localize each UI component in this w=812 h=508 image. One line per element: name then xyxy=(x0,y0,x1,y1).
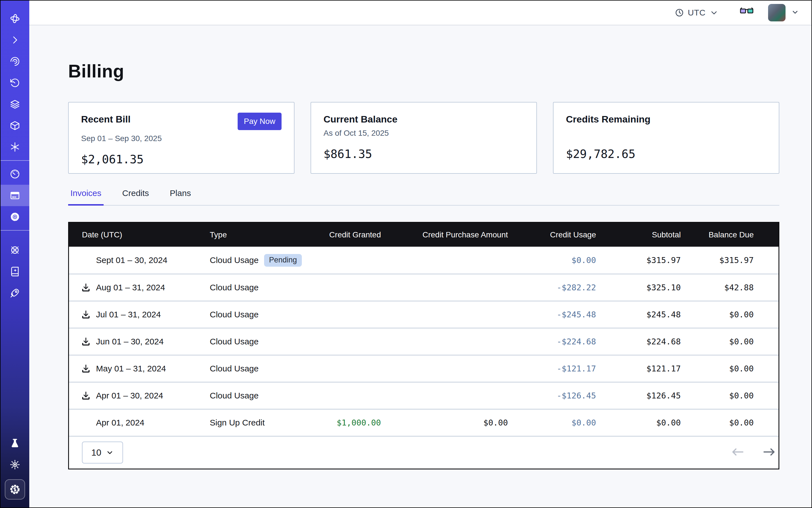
sun-icon[interactable] xyxy=(1,454,29,475)
download-invoice-icon[interactable] xyxy=(81,309,91,320)
summary-cards: Recent Bill Pay Now Sep 01 – Sep 30, 202… xyxy=(68,102,779,174)
app-window: UTC Billing Recent Bi xyxy=(0,0,812,508)
card-title: Credits Remaining xyxy=(566,114,650,125)
spiral-eye-icon[interactable] xyxy=(1,51,29,72)
money-badge-icon[interactable] xyxy=(5,479,25,500)
chevron-right-icon[interactable] xyxy=(1,29,29,51)
cube-icon[interactable] xyxy=(1,115,29,136)
invoice-date: Aug 01 – 31, 2024 xyxy=(96,283,165,292)
credit-usage-value: -$282.22 xyxy=(508,283,596,292)
card-amount: $861.35 xyxy=(324,147,524,161)
invoices-table: Date (UTC) Type Credit Granted Credit Pu… xyxy=(68,222,779,469)
credit-usage-value: $0.00 xyxy=(508,255,596,265)
tab-credits[interactable]: Credits xyxy=(120,188,151,206)
book-sparkle-icon[interactable] xyxy=(1,261,29,282)
asterisk-icon[interactable] xyxy=(1,136,29,158)
subtotal-value: $245.48 xyxy=(596,310,681,319)
account-menu-chevron[interactable] xyxy=(791,8,799,17)
page-title: Billing xyxy=(68,61,779,82)
status-badge: Pending xyxy=(264,254,302,267)
table-row: Apr 01, 2024 Sign Up Credit $1,000.00 $0… xyxy=(69,409,778,436)
subtotal-value: $121.17 xyxy=(596,364,681,373)
credit-usage-value: -$121.17 xyxy=(508,364,596,373)
tab-invoices[interactable]: Invoices xyxy=(68,188,103,206)
download-invoice-icon[interactable] xyxy=(81,283,91,293)
credit-usage-value: -$245.48 xyxy=(508,310,596,319)
balance-due-value: $0.00 xyxy=(681,418,754,427)
gear-icon[interactable] xyxy=(1,206,29,227)
balance-due-value: $42.88 xyxy=(681,283,754,292)
helm-wheel-icon[interactable] xyxy=(1,239,29,261)
sidebar-divider xyxy=(1,230,29,230)
layers-icon[interactable] xyxy=(1,93,29,115)
rocket-icon[interactable] xyxy=(1,282,29,304)
chevron-down-icon xyxy=(106,449,114,457)
chevron-down-icon xyxy=(710,8,719,17)
subtotal-value: $126.45 xyxy=(596,391,681,400)
credit-usage-value: -$224.68 xyxy=(508,337,596,346)
card-subtitle: As of Oct 15, 2025 xyxy=(324,129,524,138)
history-timer-icon[interactable] xyxy=(1,72,29,93)
card-amount: $2,061.35 xyxy=(81,153,282,166)
flask-icon[interactable] xyxy=(1,432,29,454)
card-subtitle: Sep 01 – Sep 30, 2025 xyxy=(81,134,282,143)
invoice-date: Apr 01, 2024 xyxy=(96,418,144,427)
recent-bill-card: Recent Bill Pay Now Sep 01 – Sep 30, 202… xyxy=(68,102,295,174)
pay-now-button[interactable]: Pay Now xyxy=(238,113,282,130)
invoice-date: Jun 01 – 30, 2024 xyxy=(96,337,164,346)
download-invoice-icon[interactable] xyxy=(81,390,91,401)
next-page-arrow[interactable] xyxy=(763,447,776,458)
invoice-type: Cloud Usage xyxy=(210,337,258,346)
invoice-date: May 01 – 31, 2024 xyxy=(96,364,166,373)
timezone-selector[interactable]: UTC xyxy=(675,8,719,17)
glasses-icon[interactable] xyxy=(739,7,754,18)
table-row: Apr 01 – 30, 2024 Cloud Usage -$126.45 $… xyxy=(69,382,778,409)
sidebar xyxy=(1,1,29,507)
column-header: Credit Usage xyxy=(508,230,596,239)
invoice-type: Sign Up Credit xyxy=(210,418,265,427)
balance-due-value: $0.00 xyxy=(681,364,754,373)
invoice-type: Cloud Usage xyxy=(210,255,258,265)
subtotal-value: $315.97 xyxy=(596,255,681,265)
invoice-date: Apr 01 – 30, 2024 xyxy=(96,391,163,400)
card-title: Recent Bill xyxy=(81,114,131,125)
gauge-icon[interactable] xyxy=(1,163,29,185)
invoice-type: Cloud Usage xyxy=(210,364,258,373)
current-balance-card: Current Balance As of Oct 15, 2025 $861.… xyxy=(310,102,537,174)
subtotal-value: $325.10 xyxy=(596,283,681,292)
column-header: Date (UTC) xyxy=(69,230,210,239)
card-title: Current Balance xyxy=(324,114,397,125)
previous-page-arrow[interactable] xyxy=(731,447,744,458)
card-amount: $29,782.65 xyxy=(566,147,766,161)
chevron-down-icon xyxy=(791,8,799,16)
user-avatar[interactable] xyxy=(768,4,785,22)
orbit-logo-icon[interactable] xyxy=(1,8,29,29)
table-body: Sept 01 – 30, 2024 Cloud Usage Pending $… xyxy=(69,247,778,436)
table-row: Sept 01 – 30, 2024 Cloud Usage Pending $… xyxy=(69,247,778,274)
table-footer: 10 xyxy=(69,436,778,469)
credit-purchase-value: $0.00 xyxy=(381,418,508,427)
download-invoice-icon[interactable] xyxy=(81,364,91,374)
balance-due-value: $315.97 xyxy=(681,255,754,265)
table-row: Aug 01 – 31, 2024 Cloud Usage -$282.22 $… xyxy=(69,274,778,301)
column-header: Credit Granted xyxy=(317,230,381,239)
main-content: Billing Recent Bill Pay Now Sep 01 – Sep… xyxy=(29,25,811,507)
timezone-label: UTC xyxy=(688,8,706,17)
table-row: Jun 01 – 30, 2024 Cloud Usage -$224.68 $… xyxy=(69,328,778,355)
download-invoice-icon[interactable] xyxy=(81,337,91,347)
balance-due-value: $0.00 xyxy=(681,310,754,319)
column-header: Type xyxy=(210,230,317,239)
clock-icon xyxy=(675,8,684,17)
balance-due-value: $0.00 xyxy=(681,337,754,346)
credit-usage-value: $0.00 xyxy=(508,418,596,427)
table-row: May 01 – 31, 2024 Cloud Usage -$121.17 $… xyxy=(69,355,778,382)
invoice-type: Cloud Usage xyxy=(210,391,258,400)
credits-remaining-card: Credits Remaining $29,782.65 xyxy=(553,102,779,174)
topbar: UTC xyxy=(29,1,811,25)
balance-due-value: $0.00 xyxy=(681,391,754,400)
tab-plans[interactable]: Plans xyxy=(168,188,193,206)
subtotal-value: $224.68 xyxy=(596,337,681,346)
page-size-select[interactable]: 10 xyxy=(82,441,123,464)
billing-card-icon[interactable] xyxy=(1,185,29,206)
invoice-type: Cloud Usage xyxy=(210,283,258,292)
